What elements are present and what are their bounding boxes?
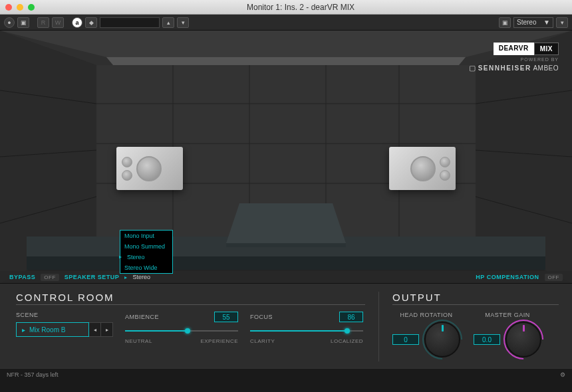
divider: [392, 304, 559, 305]
master-gain-knob[interactable]: [505, 322, 541, 357]
right-monitor-speaker: [389, 147, 456, 190]
scene-prev-button[interactable]: ◂: [89, 322, 101, 337]
read-button[interactable]: R: [37, 17, 49, 28]
brand-logo-area: DEARVR MIX POWERED BY ▢ SENNHEISER AMBEO: [469, 43, 559, 72]
left-monitor-speaker: [116, 147, 183, 190]
speaker-setup-value-display[interactable]: Stereo: [132, 274, 150, 280]
menu-item[interactable]: Mono Summed: [120, 241, 172, 252]
editor-button[interactable]: ▣: [17, 17, 29, 28]
zoom-icon[interactable]: [28, 4, 35, 11]
hp-compensation-label: HP COMPENSATION: [476, 274, 539, 280]
focus-max-label: LOCALIZED: [331, 338, 363, 344]
svg-marker-1: [106, 57, 466, 65]
scene-next-button[interactable]: ▸: [101, 322, 113, 337]
preset-field[interactable]: [100, 17, 160, 28]
snapshot-button[interactable]: ▣: [499, 17, 511, 28]
scene-select[interactable]: ▸ Mix Room B: [16, 322, 89, 337]
power-button[interactable]: ●: [4, 17, 15, 28]
head-rotation-value[interactable]: 0: [392, 334, 419, 345]
speaker-setup-label: SPEAKER SETUP: [65, 274, 120, 280]
ambience-slider[interactable]: NEUTRAL EXPERIENCE: [125, 326, 238, 344]
focus-min-label: CLARITY: [250, 338, 275, 344]
powered-by-label: POWERED BY: [521, 57, 559, 62]
channel-config-select[interactable]: Stereo ▼: [513, 17, 553, 28]
bypass-label: BYPASS: [9, 274, 35, 280]
channel-config-value: Stereo: [517, 19, 536, 26]
automation-a-button[interactable]: a: [72, 17, 82, 28]
preset-up-button[interactable]: ▴: [162, 17, 174, 28]
chevron-down-icon: ▼: [543, 19, 550, 26]
svg-marker-22: [226, 243, 346, 247]
hp-compensation-toggle[interactable]: OFF: [545, 274, 563, 281]
svg-marker-21: [226, 203, 346, 243]
focus-slider[interactable]: CLARITY LOCALIZED: [250, 326, 363, 344]
menu-item[interactable]: Stereo Wide: [120, 262, 172, 273]
divider: [16, 304, 365, 305]
room-viewport: DEARVR MIX POWERED BY ▢ SENNHEISER AMBEO…: [0, 31, 572, 283]
ambience-value[interactable]: 55: [214, 312, 238, 322]
host-toolbar: ● ▣ R W a ◆ ▴ ▾ ▣ Stereo ▼ ▾: [0, 15, 572, 31]
scene-label: SCENE: [16, 312, 113, 318]
menu-item-selected[interactable]: Stereo: [120, 252, 172, 262]
minimize-icon[interactable]: [17, 4, 23, 11]
preset-down-button[interactable]: ▾: [177, 17, 189, 28]
util-strip: BYPASS OFF SPEAKER SETUP ▸ Stereo HP COM…: [0, 271, 572, 283]
close-icon[interactable]: [5, 4, 12, 11]
head-rotation-label: HEAD ROTATION: [400, 312, 452, 318]
status-bar: NFR - 357 days left ⚙: [0, 368, 572, 380]
license-status-text: NFR - 357 days left: [7, 371, 59, 378]
focus-label: FOCUS: [250, 314, 273, 320]
dearvr-logo: DEARVR MIX: [494, 43, 559, 55]
ambience-min-label: NEUTRAL: [125, 338, 152, 344]
gear-icon[interactable]: ⚙: [560, 371, 565, 378]
window-titlebar: Monitor 1: Ins. 2 - dearVR MIX: [0, 0, 572, 15]
head-rotation-knob[interactable]: [424, 322, 460, 357]
speaker-setup-menu[interactable]: Mono Input Mono Summed Stereo Stereo Wid…: [120, 230, 173, 274]
chevron-right-icon: ▸: [22, 326, 25, 334]
master-gain-label: MASTER GAIN: [485, 312, 530, 318]
chevron-right-icon: ▸: [124, 274, 127, 280]
svg-marker-20: [27, 256, 545, 270]
ambience-label: AMBIENCE: [125, 314, 159, 320]
control-panel: CONTROL ROOM SCENE ▸ Mix Room B ◂ ▸ AMBI…: [0, 283, 572, 368]
ab-button[interactable]: ◆: [85, 17, 97, 28]
menu-item[interactable]: Mono Input: [120, 231, 172, 241]
output-title: OUTPUT: [392, 292, 559, 303]
window-title: Monitor 1: Ins. 2 - dearVR MIX: [35, 3, 567, 12]
control-room-title: CONTROL ROOM: [16, 292, 365, 303]
bypass-toggle[interactable]: OFF: [41, 274, 59, 281]
write-button[interactable]: W: [52, 17, 64, 28]
ambience-max-label: EXPERIENCE: [200, 338, 238, 344]
master-gain-value[interactable]: 0.0: [474, 334, 500, 345]
focus-value[interactable]: 86: [339, 312, 363, 322]
more-button[interactable]: ▾: [556, 17, 568, 28]
sennheiser-logo: ▢ SENNHEISER AMBEO: [469, 64, 559, 72]
scene-value: Mix Room B: [29, 326, 65, 334]
